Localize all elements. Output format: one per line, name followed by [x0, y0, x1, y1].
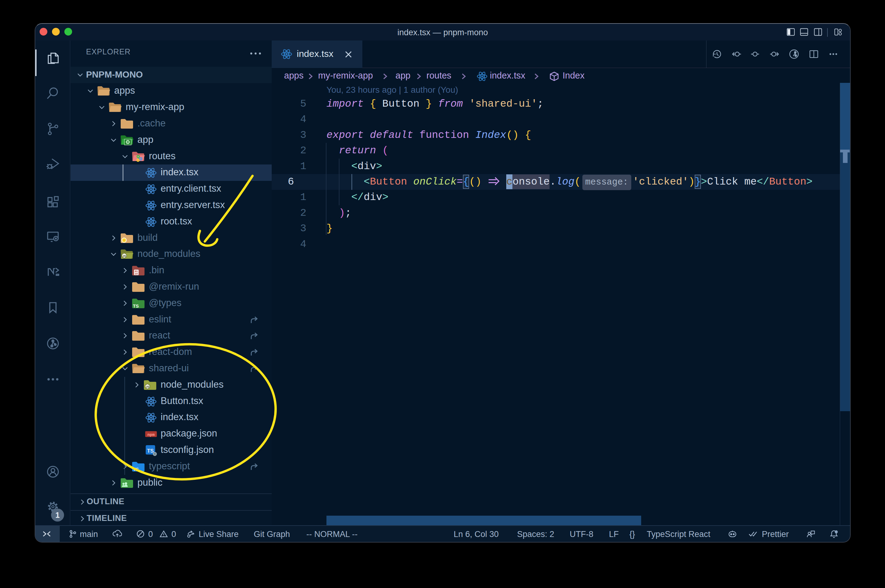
svg-text:TS: TS — [133, 466, 138, 472]
svg-text:01: 01 — [135, 270, 138, 273]
svg-text:JS: JS — [122, 255, 126, 258]
svg-text:TS: TS — [147, 448, 154, 454]
svg-text:JS: JS — [146, 385, 149, 388]
svg-text:10: 10 — [135, 273, 138, 275]
svg-text:npm: npm — [147, 432, 155, 437]
svg-text:TS: TS — [133, 303, 138, 309]
